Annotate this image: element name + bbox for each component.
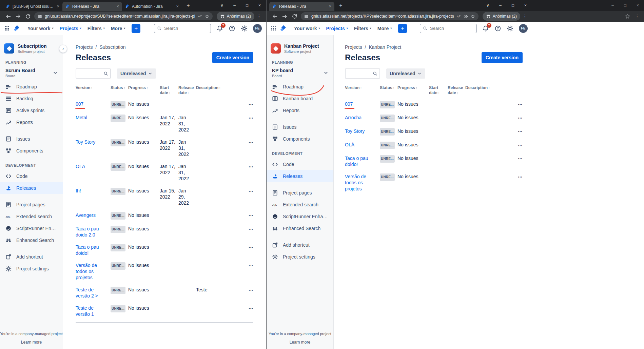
row-actions-button[interactable]: •••	[518, 156, 523, 162]
version-link[interactable]: Avengers	[76, 212, 96, 218]
column-header[interactable]: Status↕	[111, 85, 125, 96]
chevron-down-icon[interactable]	[53, 70, 58, 76]
row-actions-button[interactable]: •••	[249, 287, 253, 293]
tab-close-icon[interactable]: ×	[176, 4, 179, 9]
status-filter-dropdown[interactable]: Unreleased	[386, 68, 425, 79]
tune-icon[interactable]	[304, 14, 309, 19]
nav-item[interactable]: Projects ▾	[323, 23, 351, 34]
sidebar-item[interactable]: Project pages	[267, 187, 333, 199]
forward-icon[interactable]	[282, 14, 288, 19]
sidebar-item[interactable]: Roadmap	[0, 81, 63, 93]
create-version-button[interactable]: Create version	[482, 52, 523, 63]
nav-item[interactable]: Your work ▾	[24, 23, 56, 34]
window-minimize-icon[interactable]: –	[606, 0, 619, 11]
row-actions-button[interactable]: •••	[518, 174, 523, 180]
window-minimize-icon[interactable]: –	[228, 0, 241, 11]
learn-more-link[interactable]: Learn more	[290, 340, 310, 345]
sidebar-item[interactable]: ScriptRunner Enhanced...	[267, 210, 333, 222]
create-button[interactable]: +	[132, 24, 140, 33]
column-header[interactable]: Description↕	[196, 85, 233, 96]
row-actions-button[interactable]: •••	[518, 142, 523, 148]
tab-close-icon[interactable]: ×	[329, 4, 331, 9]
app-switcher-icon[interactable]	[271, 25, 276, 31]
notifications-button[interactable]: 7	[482, 25, 489, 32]
tab-close-icon[interactable]: ×	[116, 4, 119, 9]
column-header[interactable]: Description↕	[465, 85, 503, 96]
board-selector[interactable]: KP board Board	[267, 67, 333, 79]
sidebar-item[interactable]: Project settings	[0, 263, 63, 274]
nav-item[interactable]: Filters ▾	[351, 23, 374, 34]
column-header[interactable]: Version↕	[76, 85, 108, 96]
refresh-icon[interactable]	[25, 14, 31, 19]
translate-icon[interactable]	[456, 14, 461, 19]
version-filter-search[interactable]	[76, 68, 111, 79]
sidebar-item[interactable]: Active sprints	[0, 104, 63, 116]
version-link[interactable]: Ih!	[76, 188, 81, 194]
status-filter-dropdown[interactable]: Unreleased	[117, 68, 156, 79]
row-actions-button[interactable]: •••	[518, 115, 523, 121]
sidebar-item[interactable]: Add shortcut	[0, 251, 63, 263]
version-link[interactable]: Taca o pau doido!	[345, 155, 377, 167]
column-header[interactable]: Status↕	[380, 85, 395, 96]
version-link[interactable]: 007	[76, 101, 83, 107]
forward-icon[interactable]	[15, 14, 21, 19]
browser-tab[interactable]: Releases - Jira ×	[269, 2, 334, 11]
create-button[interactable]: +	[398, 24, 407, 33]
browser-menu-icon[interactable]: ⋮	[256, 14, 262, 19]
version-link[interactable]: 007	[345, 101, 353, 107]
sidebar-item[interactable]: Project settings	[267, 251, 333, 263]
refresh-icon[interactable]	[292, 14, 297, 19]
version-link[interactable]: Teste de versão 2 >	[76, 287, 108, 299]
browser-menu-icon[interactable]: ⋮	[522, 14, 528, 19]
browser-tab[interactable]: [SUB-59] Ghost issue for proje... ×	[3, 2, 62, 11]
version-filter-input[interactable]	[348, 71, 373, 77]
row-actions-button[interactable]: •••	[249, 226, 253, 232]
sidebar-item[interactable]: Reports	[267, 104, 333, 116]
version-link[interactable]: Taca o pau doido!	[76, 244, 108, 256]
nav-item[interactable]: Projects ▾	[56, 23, 84, 34]
project-header[interactable]: Kanban Project Software project	[271, 43, 329, 54]
row-actions-button[interactable]: •••	[518, 129, 523, 135]
nav-item[interactable]: More ▾	[374, 23, 395, 34]
row-actions-button[interactable]: •••	[249, 102, 253, 108]
column-header[interactable]: Release date↕	[448, 85, 463, 96]
row-actions-button[interactable]: •••	[249, 245, 253, 251]
search-input[interactable]	[429, 25, 474, 31]
row-actions-button[interactable]: •••	[249, 164, 253, 170]
row-actions-button[interactable]: •••	[518, 102, 523, 108]
window-maximize-icon[interactable]: □	[619, 0, 631, 11]
breadcrumb-projects-link[interactable]: Projects	[345, 44, 362, 50]
row-actions-button[interactable]: •••	[249, 188, 253, 194]
breadcrumb-project-link[interactable]: Subscription	[99, 44, 125, 50]
sidebar-item[interactable]: Backlog	[0, 93, 63, 104]
window-menu-icon[interactable]: ∨	[216, 0, 228, 11]
sidebar-item[interactable]: Kanban board	[267, 93, 333, 104]
version-link[interactable]: Teste de versão 1	[76, 305, 108, 317]
sidebar-item[interactable]: ScriptRunner Enhanced...	[0, 222, 63, 234]
translate-icon[interactable]	[198, 14, 202, 19]
column-header[interactable]: Start date↕	[160, 85, 176, 96]
gear-icon[interactable]	[241, 25, 248, 32]
new-tab-button[interactable]: +	[184, 1, 193, 10]
window-close-icon[interactable]: ×	[253, 0, 266, 11]
bookmark-star-icon[interactable]	[205, 14, 209, 19]
version-link[interactable]: Versão de todos os projetos	[345, 173, 377, 192]
app-switcher-icon[interactable]	[4, 25, 10, 31]
column-header[interactable]: Progress↕	[397, 85, 426, 96]
version-link[interactable]: OLÁ	[345, 142, 354, 148]
version-link[interactable]: Taca o pau doido 2.0	[76, 226, 108, 238]
jira-logo[interactable]	[13, 25, 20, 32]
row-actions-button[interactable]: •••	[249, 140, 253, 146]
column-header[interactable]: Progress↕	[128, 85, 157, 96]
tab-close-icon[interactable]: ×	[57, 4, 59, 9]
column-header[interactable]: Version↕	[345, 85, 377, 96]
back-icon[interactable]	[5, 14, 11, 19]
sidebar-item[interactable]: Enhanced Search	[267, 222, 333, 234]
sidebar-item[interactable]: Reports	[0, 116, 63, 128]
bookmark-star-icon[interactable]	[471, 14, 475, 19]
browser-tab[interactable]: Releases - Jira ×	[62, 2, 122, 11]
help-icon[interactable]	[494, 25, 501, 32]
incognito-profile-chip[interactable]: Anônimas (2)	[217, 12, 254, 21]
window-close-icon[interactable]: ×	[631, 0, 644, 11]
board-selector[interactable]: Scrum Board Board	[0, 67, 63, 79]
